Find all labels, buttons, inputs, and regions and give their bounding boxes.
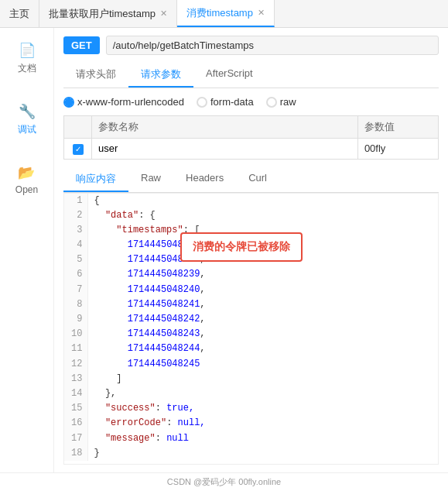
code-content: 1714445048240,	[87, 283, 438, 297]
tooltip-text: 消费的令牌已被移除	[193, 241, 290, 253]
line-number: 16	[64, 416, 87, 431]
code-line-row: 18}	[64, 446, 438, 461]
param-name-input[interactable]	[98, 142, 351, 154]
line-number: 1	[64, 194, 87, 208]
line-number: 18	[64, 446, 87, 461]
app-layout: 主页 批量获取用户timestamp ✕ 消费timestamp ✕ 📄 文档 …	[0, 0, 448, 491]
sidebar-doc-label: 文档	[18, 62, 36, 75]
line-number: 11	[64, 342, 87, 356]
line-number: 9	[64, 312, 87, 327]
sidebar-item-doc[interactable]: 📄 文档	[12, 36, 43, 81]
code-line-row: 9 1714445048242,	[64, 312, 438, 327]
tab-batch[interactable]: 批量获取用户timestamp ✕	[39, 0, 177, 27]
tab-batch-label: 批量获取用户timestamp	[49, 7, 156, 21]
code-line-row: 8 1714445048241,	[64, 297, 438, 312]
line-number: 6	[64, 267, 87, 282]
radio-formdata[interactable]: form-data	[197, 96, 254, 108]
request-tabs: 请求头部 请求参数 AfterScript	[63, 63, 439, 88]
radio-raw-circle	[266, 97, 277, 108]
doc-icon: 📄	[19, 42, 36, 59]
line-number: 5	[64, 252, 87, 267]
code-line-row: 11 1714445048244,	[64, 342, 438, 356]
line-number: 4	[64, 238, 87, 252]
param-value-text: 00fly	[364, 142, 385, 154]
th-param-value: 参数值	[357, 116, 438, 139]
param-checkbox[interactable]: ✓	[73, 144, 84, 155]
code-content: "message": null	[87, 431, 438, 446]
line-number: 2	[64, 208, 87, 223]
param-checkbox-cell: ✓	[64, 139, 92, 160]
line-number: 17	[64, 431, 87, 446]
request-bar: GET /auto/help/getBatchTimestamps	[63, 36, 439, 55]
method-badge: GET	[63, 36, 100, 54]
code-line-row: 13 ]	[64, 372, 438, 386]
code-content: 1714445048245	[87, 357, 438, 372]
content-area: GET /auto/help/getBatchTimestamps 请求头部 请…	[54, 28, 448, 472]
tab-batch-close[interactable]: ✕	[160, 9, 167, 19]
code-line-row: 14 },	[64, 386, 438, 401]
param-row: ✓ 00fly	[64, 139, 439, 160]
tooltip-box: 消费的令牌已被移除	[180, 232, 303, 262]
code-content: "errorCode": null,	[87, 416, 438, 431]
line-number: 3	[64, 223, 87, 238]
tab-home[interactable]: 主页	[0, 0, 39, 27]
tab-consume[interactable]: 消费timestamp ✕	[177, 0, 275, 27]
home-label: 主页	[9, 7, 29, 21]
code-content: 1714445048244,	[87, 342, 438, 356]
code-content: {	[87, 194, 438, 208]
res-tab-headers[interactable]: Headers	[173, 167, 236, 192]
th-param-name: 参数名称	[92, 116, 358, 139]
footer-text: CSDN @爱码少年 00fly.online	[167, 477, 281, 486]
tab-consume-label: 消费timestamp	[186, 6, 253, 20]
line-number: 15	[64, 401, 87, 416]
code-line-row: 2 "data": {	[64, 208, 438, 223]
code-content: 1714445048241,	[87, 297, 438, 312]
radio-urlencoded[interactable]: x-www-form-urlencoded	[63, 96, 184, 108]
th-checkbox	[64, 116, 92, 139]
code-content: 1714445048243,	[87, 327, 438, 342]
line-number: 8	[64, 297, 87, 312]
footer: CSDN @爱码少年 00fly.online	[0, 472, 448, 491]
radio-group: x-www-form-urlencoded form-data raw	[63, 96, 439, 108]
sidebar-debug-label: 调试	[18, 123, 36, 136]
param-name-cell	[92, 139, 358, 160]
code-content: "success": true,	[87, 401, 438, 416]
code-line-row: 12 1714445048245	[64, 357, 438, 372]
req-tab-afterscript[interactable]: AfterScript	[193, 63, 265, 88]
sidebar-item-open[interactable]: 📂 Open	[9, 158, 44, 201]
tab-consume-close[interactable]: ✕	[258, 8, 265, 18]
code-content: 1714445048239,	[87, 267, 438, 282]
url-display: /auto/help/getBatchTimestamps	[106, 36, 439, 55]
debug-icon: 🔧	[19, 103, 36, 120]
req-tab-headers[interactable]: 请求头部	[63, 63, 128, 88]
radio-urlencoded-circle	[63, 97, 74, 108]
radio-raw[interactable]: raw	[266, 96, 296, 108]
res-tab-curl[interactable]: Curl	[236, 167, 279, 192]
code-line-row: 7 1714445048240,	[64, 283, 438, 297]
line-number: 12	[64, 357, 87, 372]
main-content: 📄 文档 🔧 调试 📂 Open GET /auto/help/getBatch…	[0, 28, 448, 472]
line-number: 13	[64, 372, 87, 386]
code-line-row: 17 "message": null	[64, 431, 438, 446]
code-area[interactable]: 1{2 "data": {3 "timestamps": [4 17144450…	[63, 193, 439, 465]
open-icon: 📂	[18, 164, 35, 181]
req-tab-params[interactable]: 请求参数	[128, 63, 193, 88]
line-number: 14	[64, 386, 87, 401]
line-number: 10	[64, 327, 87, 342]
res-tab-content[interactable]: 响应内容	[63, 167, 128, 192]
param-value-cell: 00fly	[357, 139, 438, 160]
res-tab-raw[interactable]: Raw	[128, 167, 173, 192]
sidebar-open-label: Open	[15, 184, 38, 195]
tab-bar: 主页 批量获取用户timestamp ✕ 消费timestamp ✕	[0, 0, 448, 28]
sidebar: 📄 文档 🔧 调试 📂 Open	[0, 28, 54, 472]
code-content: }	[87, 446, 438, 461]
code-content: 1714445048242,	[87, 312, 438, 327]
code-line-row: 15 "success": true,	[64, 401, 438, 416]
sidebar-item-debug[interactable]: 🔧 调试	[12, 97, 43, 142]
code-line-row: 6 1714445048239,	[64, 267, 438, 282]
params-table: 参数名称 参数值 ✓ 00fly	[63, 115, 439, 160]
code-line-row: 1{	[64, 194, 438, 208]
line-number: 7	[64, 283, 87, 297]
code-line-row: 16 "errorCode": null,	[64, 416, 438, 431]
code-content: },	[87, 386, 438, 401]
